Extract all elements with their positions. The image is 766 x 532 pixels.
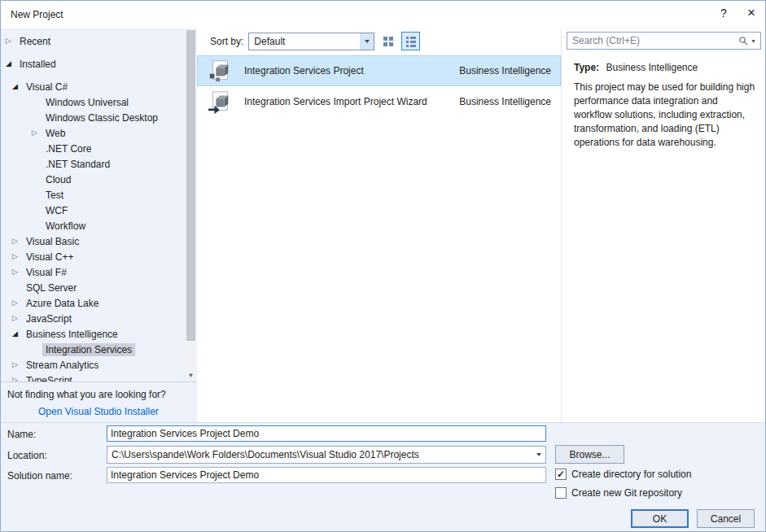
template-category: Business Intelligence [459, 65, 551, 76]
tree-item-workflow[interactable]: Workflow [1, 218, 185, 233]
template-list: Integration Services ProjectBusiness Int… [197, 55, 561, 422]
create-directory-checkbox[interactable]: ✓ Create directory for solution [555, 469, 691, 480]
scrollbar-thumb[interactable] [186, 30, 195, 341]
integration-services-import-wizard-icon [207, 89, 233, 115]
tree-item-label: Stream Analytics [23, 359, 102, 372]
details-panel: ▼ Type: Business Intelligence This proje… [561, 28, 766, 422]
combo-arrow-icon[interactable] [532, 447, 545, 463]
expanded-arrow-icon[interactable]: ◢ [12, 79, 23, 94]
location-label: Location: [7, 450, 47, 461]
collapsed-arrow-icon[interactable]: ▷ [12, 295, 23, 311]
tree-item-label: TypeScript [23, 374, 76, 382]
tree-item-windows-classic-desktop[interactable]: Windows Classic Desktop [1, 110, 185, 125]
collapsed-arrow-icon[interactable]: ▷ [12, 264, 23, 280]
tree-item-stream-analytics[interactable]: ▷Stream Analytics [1, 357, 185, 373]
tree-item-visual-csharp[interactable]: ◢Visual C# [1, 79, 185, 94]
tree-item-typescript[interactable]: ▷TypeScript [1, 373, 185, 382]
sort-by-dropdown[interactable]: Default [248, 33, 374, 50]
not-finding-text: Not finding what you are looking for? [7, 389, 197, 400]
checkbox-checked-icon[interactable]: ✓ [555, 469, 567, 480]
tree-item-net-core[interactable]: .NET Core [1, 141, 185, 156]
solution-name-label: Solution name: [7, 470, 72, 482]
help-button[interactable]: ? [710, 1, 738, 25]
search-icon[interactable] [738, 36, 748, 46]
name-input[interactable] [107, 425, 546, 442]
sort-by-label: Sort by: [210, 36, 243, 47]
template-name: Integration Services Import Project Wiza… [244, 96, 459, 107]
template-item-integration-services-project[interactable]: Integration Services ProjectBusiness Int… [197, 55, 561, 86]
collapsed-arrow-icon[interactable]: ▷ [12, 357, 23, 373]
tree-item-label: WCF [42, 204, 71, 217]
category-tree: ▷Recent◢Installed◢Visual C#Windows Unive… [1, 28, 185, 382]
tree-item-business-intelligence[interactable]: ◢Business Intelligence [1, 326, 185, 342]
title-bar[interactable]: New Project ? × [1, 1, 765, 28]
template-category: Business Intelligence [459, 96, 551, 107]
medium-icons-view-icon [383, 36, 394, 47]
tree-item-label: Windows Universal [42, 96, 132, 109]
tree-item-recent[interactable]: ▷Recent [1, 33, 185, 49]
medium-icons-view-button[interactable] [379, 32, 397, 50]
collapsed-arrow-icon[interactable]: ▷ [6, 33, 16, 49]
tree-item-cloud[interactable]: Cloud [1, 172, 185, 187]
tree-item-sql-server[interactable]: SQL Server [1, 280, 185, 295]
cancel-button[interactable]: Cancel [697, 509, 755, 528]
git-repository-checkbox[interactable]: Create new Git repository [555, 487, 682, 499]
tree-item-azure-data-lake[interactable]: ▷Azure Data Lake [1, 295, 185, 311]
tree-item-label: Recent [16, 35, 54, 48]
tree-item-label: SQL Server [23, 281, 80, 294]
tree-item-label: Business Intelligence [23, 328, 121, 341]
create-directory-label: Create directory for solution [571, 469, 691, 480]
tree-item-visual-fsharp[interactable]: ▷Visual F# [1, 264, 185, 280]
scroll-down-icon[interactable]: ▼ [186, 369, 196, 382]
ok-button[interactable]: OK [631, 509, 689, 528]
search-input[interactable] [567, 35, 738, 46]
tree-footer: Not finding what you are looking for? Op… [1, 382, 197, 422]
search-dropdown-icon[interactable]: ▼ [751, 38, 756, 44]
location-dropdown[interactable]: C:\Users\spande\Work Folders\Documents\V… [107, 446, 546, 464]
sort-by-value: Default [249, 36, 360, 47]
tree-item-wcf[interactable]: WCF [1, 203, 185, 218]
tree-item-installed[interactable]: ◢Installed [1, 56, 185, 72]
template-type-line: Type: Business Intelligence [574, 62, 766, 73]
collapsed-arrow-icon[interactable]: ▷ [12, 249, 23, 264]
solution-name-input[interactable] [107, 467, 546, 483]
name-label: Name: [7, 429, 36, 440]
tree-item-label: Visual C# [23, 81, 71, 94]
close-button[interactable]: × [738, 1, 765, 25]
checkbox-unchecked-icon[interactable] [555, 487, 567, 499]
integration-services-project-icon [207, 58, 233, 84]
browse-button[interactable]: Browse... [555, 445, 624, 464]
collapsed-arrow-icon[interactable]: ▷ [12, 311, 23, 326]
expanded-arrow-icon[interactable]: ◢ [12, 326, 23, 342]
tree-item-label: Installed [16, 58, 59, 71]
tree-item-label: Workflow [42, 220, 89, 233]
tree-item-label: Visual F# [23, 266, 70, 279]
project-form: Name: Location: C:\Users\spande\Work Fol… [1, 422, 765, 532]
tree-item-windows-universal[interactable]: Windows Universal [1, 94, 185, 110]
window-title: New Project [11, 9, 63, 20]
tree-item-visual-basic[interactable]: ▷Visual Basic [1, 233, 185, 249]
location-value: C:\Users\spande\Work Folders\Documents\V… [107, 449, 532, 460]
category-panel: ▷Recent◢Installed◢Visual C#Windows Unive… [1, 28, 197, 422]
tree-item-label: Integration Services [42, 343, 135, 356]
tree-item-visual-cplusplus[interactable]: ▷Visual C++ [1, 249, 185, 264]
tree-item-label: Visual Basic [23, 235, 82, 248]
tree-item-web[interactable]: ▷Web [1, 125, 185, 141]
template-panel: Sort by: Default Integration Services Pr… [197, 28, 561, 422]
template-description: This project may be used for building hi… [574, 81, 755, 150]
tree-item-net-standard[interactable]: .NET Standard [1, 156, 185, 172]
tree-item-javascript[interactable]: ▷JavaScript [1, 311, 185, 326]
collapsed-arrow-icon[interactable]: ▷ [12, 233, 23, 249]
open-installer-link[interactable]: Open Visual Studio Installer [38, 406, 197, 417]
tree-item-integration-services[interactable]: Integration Services [1, 342, 185, 357]
expanded-arrow-icon[interactable]: ◢ [6, 56, 16, 72]
small-icons-view-button[interactable] [401, 32, 420, 50]
tree-item-label: Web [42, 127, 68, 140]
template-item-integration-services-import-project-wizard[interactable]: Integration Services Import Project Wiza… [197, 86, 561, 117]
tree-item-test[interactable]: Test [1, 187, 185, 203]
collapsed-arrow-icon[interactable]: ▷ [12, 373, 23, 382]
type-value: Business Intelligence [606, 62, 698, 73]
collapsed-arrow-icon[interactable]: ▷ [32, 125, 42, 141]
tree-scrollbar[interactable]: ▼ [186, 30, 196, 382]
search-box[interactable]: ▼ [567, 32, 761, 50]
